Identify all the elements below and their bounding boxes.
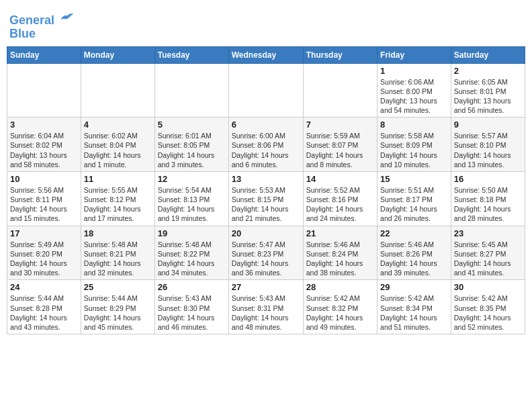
day-info: Sunrise: 5:46 AMSunset: 8:24 PMDaylight:… <box>306 240 374 278</box>
col-header-thursday: Thursday <box>303 46 377 63</box>
day-number: 30 <box>454 282 522 292</box>
day-number: 25 <box>84 282 152 292</box>
day-number: 11 <box>84 174 152 184</box>
day-number: 28 <box>306 282 374 292</box>
calendar-cell: 4Sunrise: 6:02 AMSunset: 8:04 PMDaylight… <box>81 118 154 172</box>
day-info: Sunrise: 5:42 AMSunset: 8:32 PMDaylight:… <box>306 293 374 332</box>
day-number: 8 <box>380 120 448 130</box>
day-info: Sunrise: 5:47 AMSunset: 8:23 PMDaylight:… <box>232 240 300 278</box>
day-info: Sunrise: 5:48 AMSunset: 8:21 PMDaylight:… <box>84 240 152 278</box>
calendar-week-4: 17Sunrise: 5:49 AMSunset: 8:20 PMDayligh… <box>7 226 525 280</box>
day-number: 14 <box>306 174 374 184</box>
day-info: Sunrise: 5:46 AMSunset: 8:26 PMDaylight:… <box>380 240 448 278</box>
day-info: Sunrise: 6:04 AMSunset: 8:02 PMDaylight:… <box>10 131 78 169</box>
calendar-cell: 9Sunrise: 5:57 AMSunset: 8:10 PMDaylight… <box>451 118 525 172</box>
col-header-wednesday: Wednesday <box>228 46 303 63</box>
calendar-cell: 17Sunrise: 5:49 AMSunset: 8:20 PMDayligh… <box>7 226 81 280</box>
day-info: Sunrise: 5:51 AMSunset: 8:17 PMDaylight:… <box>380 185 448 224</box>
day-number: 29 <box>380 282 448 292</box>
day-number: 16 <box>454 174 522 184</box>
calendar-cell <box>228 63 303 118</box>
calendar-cell: 12Sunrise: 5:54 AMSunset: 8:13 PMDayligh… <box>154 171 228 226</box>
calendar-cell: 8Sunrise: 5:58 AMSunset: 8:09 PMDaylight… <box>378 118 451 172</box>
calendar-table: SundayMondayTuesdayWednesdayThursdayFrid… <box>7 46 525 334</box>
logo-general: General <box>9 13 54 27</box>
day-info: Sunrise: 5:58 AMSunset: 8:09 PMDaylight:… <box>380 131 448 169</box>
calendar-header-row: SundayMondayTuesdayWednesdayThursdayFrid… <box>7 46 525 63</box>
day-info: Sunrise: 5:42 AMSunset: 8:35 PMDaylight:… <box>454 293 522 332</box>
calendar-cell: 16Sunrise: 5:50 AMSunset: 8:18 PMDayligh… <box>451 171 525 226</box>
calendar-cell: 22Sunrise: 5:46 AMSunset: 8:26 PMDayligh… <box>378 226 451 280</box>
day-info: Sunrise: 5:55 AMSunset: 8:12 PMDaylight:… <box>84 185 152 224</box>
calendar-cell <box>154 63 228 118</box>
day-number: 9 <box>454 120 522 130</box>
calendar-cell: 20Sunrise: 5:47 AMSunset: 8:23 PMDayligh… <box>228 226 303 280</box>
day-number: 23 <box>454 228 522 238</box>
day-number: 22 <box>380 228 448 238</box>
calendar-cell: 7Sunrise: 5:59 AMSunset: 8:07 PMDaylight… <box>303 118 377 172</box>
day-info: Sunrise: 5:42 AMSunset: 8:34 PMDaylight:… <box>380 293 448 332</box>
calendar-cell: 11Sunrise: 5:55 AMSunset: 8:12 PMDayligh… <box>81 171 154 226</box>
day-info: Sunrise: 5:43 AMSunset: 8:31 PMDaylight:… <box>232 293 300 332</box>
page-header: General Blue <box>7 7 525 41</box>
calendar-week-5: 24Sunrise: 5:44 AMSunset: 8:28 PMDayligh… <box>7 280 525 334</box>
day-info: Sunrise: 5:43 AMSunset: 8:30 PMDaylight:… <box>158 293 226 332</box>
day-number: 6 <box>232 120 300 130</box>
day-number: 1 <box>380 66 448 76</box>
day-info: Sunrise: 6:02 AMSunset: 8:04 PMDaylight:… <box>84 131 152 169</box>
day-number: 12 <box>158 174 226 184</box>
day-number: 19 <box>158 228 226 238</box>
logo-blue: Blue <box>9 28 75 41</box>
day-number: 20 <box>232 228 300 238</box>
calendar-cell: 3Sunrise: 6:04 AMSunset: 8:02 PMDaylight… <box>7 118 81 172</box>
calendar-cell: 5Sunrise: 6:01 AMSunset: 8:05 PMDaylight… <box>154 118 228 172</box>
day-info: Sunrise: 5:59 AMSunset: 8:07 PMDaylight:… <box>306 131 374 169</box>
calendar-cell: 10Sunrise: 5:56 AMSunset: 8:11 PMDayligh… <box>7 171 81 226</box>
calendar-cell: 2Sunrise: 6:05 AMSunset: 8:01 PMDaylight… <box>451 63 525 118</box>
day-info: Sunrise: 5:53 AMSunset: 8:15 PMDaylight:… <box>232 185 300 224</box>
calendar-cell: 13Sunrise: 5:53 AMSunset: 8:15 PMDayligh… <box>228 171 303 226</box>
day-number: 26 <box>158 282 226 292</box>
calendar-cell: 23Sunrise: 5:45 AMSunset: 8:27 PMDayligh… <box>451 226 525 280</box>
day-info: Sunrise: 5:52 AMSunset: 8:16 PMDaylight:… <box>306 185 374 224</box>
calendar-cell: 28Sunrise: 5:42 AMSunset: 8:32 PMDayligh… <box>303 280 377 334</box>
day-info: Sunrise: 6:05 AMSunset: 8:01 PMDaylight:… <box>454 77 522 116</box>
calendar-week-1: 1Sunrise: 6:06 AMSunset: 8:00 PMDaylight… <box>7 63 525 118</box>
day-info: Sunrise: 5:56 AMSunset: 8:11 PMDaylight:… <box>10 185 78 224</box>
day-number: 17 <box>10 228 78 238</box>
day-info: Sunrise: 6:06 AMSunset: 8:00 PMDaylight:… <box>380 77 448 116</box>
calendar-cell: 26Sunrise: 5:43 AMSunset: 8:30 PMDayligh… <box>154 280 228 334</box>
col-header-monday: Monday <box>81 46 154 63</box>
calendar-week-3: 10Sunrise: 5:56 AMSunset: 8:11 PMDayligh… <box>7 171 525 226</box>
day-info: Sunrise: 6:00 AMSunset: 8:06 PMDaylight:… <box>232 131 300 169</box>
day-number: 7 <box>306 120 374 130</box>
day-number: 24 <box>10 282 78 292</box>
day-number: 21 <box>306 228 374 238</box>
day-number: 18 <box>84 228 152 238</box>
calendar-cell: 25Sunrise: 5:44 AMSunset: 8:29 PMDayligh… <box>81 280 154 334</box>
day-number: 2 <box>454 66 522 76</box>
day-number: 27 <box>232 282 300 292</box>
col-header-sunday: Sunday <box>7 46 81 63</box>
day-number: 10 <box>10 174 78 184</box>
col-header-tuesday: Tuesday <box>154 46 228 63</box>
calendar-cell: 14Sunrise: 5:52 AMSunset: 8:16 PMDayligh… <box>303 171 377 226</box>
day-number: 15 <box>380 174 448 184</box>
calendar-cell: 21Sunrise: 5:46 AMSunset: 8:24 PMDayligh… <box>303 226 377 280</box>
logo-text: General <box>9 9 75 28</box>
col-header-friday: Friday <box>378 46 451 63</box>
calendar-cell <box>81 63 154 118</box>
calendar-cell: 24Sunrise: 5:44 AMSunset: 8:28 PMDayligh… <box>7 280 81 334</box>
calendar-cell: 1Sunrise: 6:06 AMSunset: 8:00 PMDaylight… <box>378 63 451 118</box>
day-info: Sunrise: 5:50 AMSunset: 8:18 PMDaylight:… <box>454 185 522 224</box>
calendar-cell <box>7 63 81 118</box>
day-info: Sunrise: 5:44 AMSunset: 8:29 PMDaylight:… <box>84 293 152 332</box>
day-number: 3 <box>10 120 78 130</box>
day-info: Sunrise: 5:48 AMSunset: 8:22 PMDaylight:… <box>158 240 226 278</box>
calendar-cell: 6Sunrise: 6:00 AMSunset: 8:06 PMDaylight… <box>228 118 303 172</box>
day-info: Sunrise: 5:49 AMSunset: 8:20 PMDaylight:… <box>10 240 78 278</box>
col-header-saturday: Saturday <box>451 46 525 63</box>
calendar-cell <box>303 63 377 118</box>
day-info: Sunrise: 5:44 AMSunset: 8:28 PMDaylight:… <box>10 293 78 332</box>
day-info: Sunrise: 5:57 AMSunset: 8:10 PMDaylight:… <box>454 131 522 169</box>
